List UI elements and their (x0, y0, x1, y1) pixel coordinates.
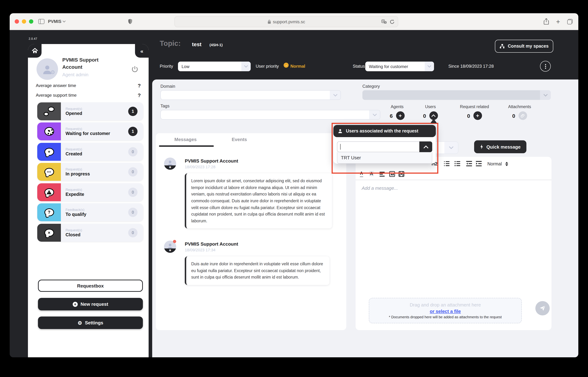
account-name: PVMIS Support Account (62, 56, 120, 71)
paragraph-format-select[interactable]: Normal (487, 162, 508, 166)
add-agent-button[interactable]: + (396, 111, 404, 120)
requestbox-button[interactable]: Requestbox (38, 280, 143, 292)
count-badge: 0 (128, 228, 138, 237)
attachments-button[interactable] (518, 111, 527, 120)
minimize-window-button[interactable] (22, 19, 26, 24)
highlight-color-button[interactable]: A (369, 171, 374, 176)
text-caret (340, 144, 341, 150)
send-message-button[interactable] (535, 301, 550, 315)
privacy-shield-icon[interactable] (128, 19, 133, 24)
category-label: Category (362, 84, 380, 89)
tab-messages[interactable]: Messages (174, 137, 197, 142)
count-badge: 0 (128, 188, 138, 197)
attachment-dropzone[interactable]: Drag and drop an attachment here or sele… (369, 298, 522, 323)
opened-bubbles-icon (37, 102, 61, 120)
user-search-input[interactable] (337, 141, 419, 152)
tab-overview-icon[interactable] (567, 19, 573, 24)
select-file-link[interactable]: or select a file (430, 309, 461, 314)
attachments-counter: Attachments 0 (502, 105, 537, 120)
stat-average-support-time: Average support time ? (36, 92, 141, 98)
gear-icon: ⚙ (78, 320, 82, 326)
browser-toolbar: PVMIS support.pvmis.sc + (10, 13, 578, 30)
sidebar-item-waiting-for-customer[interactable]: Request(s)Waiting for customer 1 (37, 122, 143, 140)
in-progress-bubble-icon: ••• (37, 163, 61, 181)
consult-my-spaces-button[interactable]: Consult my spaces (495, 40, 553, 53)
help-question-icon[interactable]: ? (138, 92, 141, 98)
home-button[interactable] (28, 44, 42, 58)
popup-pointer (430, 118, 437, 123)
agent-badge-icon: ✱ (164, 248, 176, 253)
window-controls (15, 19, 33, 24)
forward-button[interactable] (76, 19, 82, 24)
topic-title: test (192, 41, 201, 47)
bullet-list-icon[interactable] (454, 161, 460, 167)
translate-icon[interactable] (381, 19, 387, 24)
outdent-icon[interactable] (466, 161, 472, 167)
settings-button[interactable]: ⚙ Settings (38, 317, 143, 329)
waiting-dots-icon (37, 122, 61, 140)
chevron-down-icon (63, 20, 66, 23)
collapse-icon: « (140, 48, 143, 54)
collapse-sidebar-button[interactable]: « (135, 44, 149, 58)
chevron-down-icon (373, 113, 376, 116)
domain-select[interactable] (160, 90, 341, 100)
user-priority-icon: → (284, 63, 289, 68)
count-badge: 0 (128, 208, 138, 217)
message-avatar: ✱ (164, 157, 176, 170)
user-option[interactable]: TRT User (337, 152, 432, 164)
category-select[interactable] (362, 90, 551, 100)
gear-icon: ⚙ (50, 69, 55, 76)
chevron-down-icon (333, 94, 337, 96)
person-icon (338, 129, 343, 134)
paperclip-icon (520, 113, 525, 118)
text-color-button[interactable]: A (360, 171, 363, 177)
indent-icon[interactable] (476, 161, 482, 167)
agents-counter: Agents 6 + (384, 105, 410, 120)
reload-icon[interactable] (390, 19, 395, 24)
tab-group-menu[interactable]: PVMIS (48, 19, 66, 24)
spaces-icon (500, 44, 505, 49)
message-input[interactable]: Add a message... (362, 186, 398, 191)
count-badge: 0 (128, 167, 138, 177)
tags-label: Tags (160, 104, 170, 108)
unread-indicator (173, 240, 176, 243)
tags-select[interactable] (160, 110, 380, 119)
tab-events[interactable]: Events (232, 137, 247, 142)
quick-message-button[interactable]: Quick message (474, 140, 526, 153)
priority-select[interactable]: Low (178, 62, 251, 71)
users-counter: Users 0 (420, 105, 441, 120)
user-priority-value: Normal (290, 64, 305, 69)
sidebar-item-closed[interactable]: × Request(s)Closed 0 (37, 224, 143, 242)
to-qualify-question-icon: ? (37, 203, 61, 221)
browser-sidebar-icon[interactable] (38, 19, 44, 24)
ordered-list-icon[interactable] (444, 161, 450, 167)
sidebar-item-opened[interactable]: Request(s)Opened 1 (37, 102, 143, 120)
sidebar-item-expedite[interactable]: ! Request(s)Expedite 0 (37, 183, 143, 201)
logout-power-button[interactable] (131, 66, 139, 73)
back-button[interactable] (71, 19, 76, 24)
closed-x-icon: × (37, 224, 61, 242)
insert-image-icon[interactable] (389, 171, 395, 177)
address-bar[interactable]: support.pvmis.sc (174, 16, 398, 27)
new-request-button[interactable]: + New request (38, 298, 143, 310)
url-text: support.pvmis.sc (273, 19, 305, 24)
sidebar-item-to-qualify[interactable]: ? Feedback(s)To qualify 0 (37, 203, 143, 221)
sidebar-item-created[interactable]: + Request(s)Created 0 (37, 143, 143, 161)
more-actions-button[interactable] (540, 61, 551, 71)
agent-badge-icon: ✱ (164, 165, 176, 170)
add-related-request-button[interactable]: + (473, 111, 482, 120)
collapse-dropdown-button[interactable] (419, 141, 432, 152)
sidebar-item-in-progress[interactable]: ••• Request(s)In progress 0 (37, 163, 143, 181)
chevron-up-icon (423, 145, 428, 148)
user-priority-label: User priority (256, 64, 279, 69)
help-question-icon[interactable]: ? (138, 83, 141, 88)
share-icon[interactable] (544, 18, 549, 25)
close-window-button[interactable] (15, 19, 19, 24)
align-button[interactable] (379, 172, 385, 177)
consult-my-spaces-label: Consult my spaces (508, 44, 549, 49)
insert-video-icon[interactable] (399, 171, 404, 177)
message-body: Lorem ipsum dolor sit amet, consectetur … (185, 173, 332, 229)
new-tab-button[interactable]: + (556, 18, 560, 25)
zoom-window-button[interactable] (29, 19, 33, 24)
status-select[interactable]: Waiting for customer (365, 62, 434, 71)
